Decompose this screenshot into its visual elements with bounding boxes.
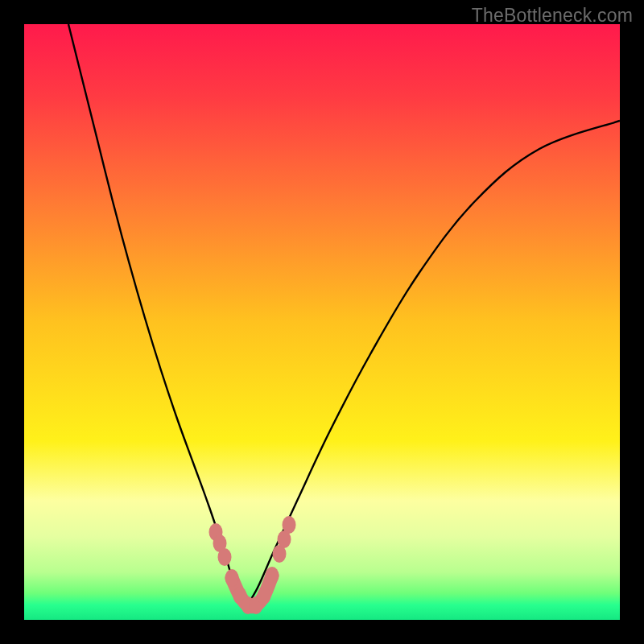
watermark-text: TheBottleneck.com	[472, 5, 633, 27]
trough-markers-group	[209, 516, 296, 614]
curve-right-branch	[246, 121, 620, 608]
trough-marker	[283, 516, 296, 534]
trough-marker	[266, 567, 279, 584]
trough-marker	[258, 587, 271, 605]
plot-area	[24, 24, 620, 620]
curve-layer	[24, 24, 620, 620]
curve-left-branch	[68, 24, 246, 608]
outer-frame: TheBottleneck.com	[0, 0, 644, 644]
trough-marker	[218, 548, 232, 566]
trough-marker	[225, 569, 239, 587]
